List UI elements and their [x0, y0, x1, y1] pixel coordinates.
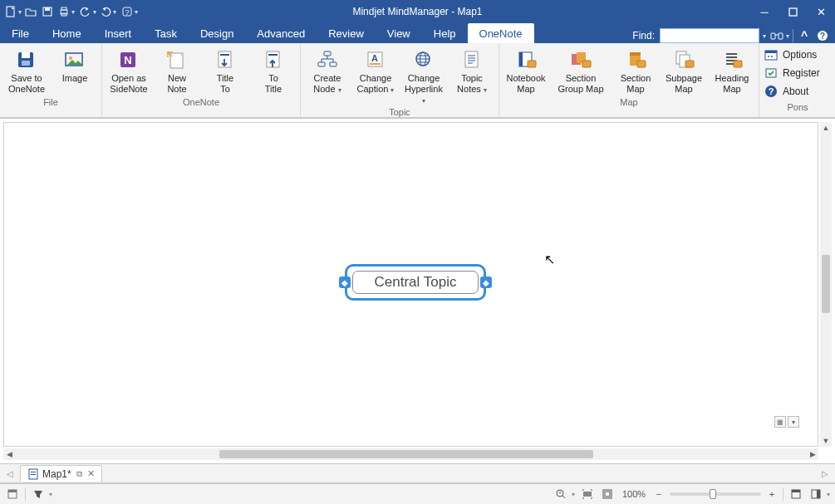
binoculars-icon[interactable] — [769, 28, 784, 43]
chevron-down-icon[interactable]: ▾ — [763, 32, 766, 40]
zoom-slider-thumb[interactable] — [710, 489, 716, 499]
help-icon[interactable]: ? — [815, 28, 830, 43]
qat-open-icon[interactable] — [23, 4, 38, 19]
view-layout-icon[interactable] — [788, 487, 803, 502]
view-mode-dropdown[interactable]: ▾ — [788, 416, 799, 428]
tab-scroll-right[interactable]: ▷ — [818, 469, 832, 478]
change-hyperlink-button[interactable]: Change Hyperlink ▾ — [400, 46, 447, 106]
map-canvas[interactable]: Central Topic ◆ ◆ ↖ ▦ ▾ — [3, 122, 818, 447]
qat-save-icon[interactable] — [40, 4, 55, 19]
tab-review[interactable]: Review — [317, 23, 376, 43]
tab-home[interactable]: Home — [41, 23, 93, 43]
close-button[interactable]: ✕ — [807, 0, 835, 23]
image-button[interactable]: Image — [52, 46, 98, 95]
zoom-slider[interactable] — [670, 492, 761, 496]
chevron-down-icon[interactable]: ▾ — [18, 8, 22, 16]
qat-undo-icon[interactable] — [78, 4, 93, 19]
tab-task[interactable]: Task — [143, 23, 189, 43]
document-tab-map1[interactable]: Map1* ⧉ ✕ — [20, 465, 102, 482]
chevron-down-icon[interactable]: ▾ — [49, 491, 52, 498]
maximize-button[interactable] — [779, 0, 807, 23]
add-left-handle[interactable]: ◆ — [339, 276, 351, 288]
find-input[interactable] — [660, 28, 759, 43]
chevron-down-icon[interactable]: ▾ — [572, 491, 575, 498]
tab-file[interactable]: File — [0, 23, 41, 43]
close-tab-icon[interactable]: ✕ — [87, 468, 95, 479]
change-caption-label: Change Caption ▾ — [357, 73, 395, 95]
chevron-down-icon[interactable]: ▾ — [786, 32, 789, 40]
qat-help-icon[interactable]: ? — [120, 4, 135, 19]
fit-selection-icon[interactable] — [580, 487, 595, 502]
svg-rect-56 — [31, 472, 36, 472]
tab-advanced[interactable]: Advanced — [245, 23, 317, 43]
zoom-fit-icon[interactable]: + — [553, 487, 568, 502]
to-title-button[interactable]: To Title — [250, 46, 297, 95]
central-topic[interactable]: Central Topic ◆ ◆ — [345, 264, 486, 301]
ribbon-group-topic: Create Node ▾AChange Caption ▾Change Hyp… — [301, 43, 499, 117]
qat-print-icon[interactable] — [56, 4, 71, 19]
ribbon-tab-strip: FileHomeInsertTaskDesignAdvancedReviewVi… — [0, 23, 835, 43]
save-onenote-button[interactable]: Save to OneNote — [3, 46, 50, 95]
about-icon: ? — [764, 85, 778, 98]
ribbon-group-map: Notebook MapSection Group MapSection Map… — [499, 43, 759, 117]
options-icon — [764, 48, 778, 61]
zoom-value[interactable]: 100% — [620, 489, 648, 499]
qat-redo-icon[interactable] — [98, 4, 113, 19]
tab-help[interactable]: Help — [422, 23, 468, 43]
subpage-map-icon — [670, 48, 697, 71]
filter-icon[interactable] — [31, 487, 46, 502]
notebook-map-button[interactable]: Notebook Map — [503, 46, 549, 95]
section-group-map-label: Section Group Map — [557, 73, 603, 95]
group-label: OneNote — [106, 95, 297, 110]
vertical-scrollbar[interactable]: ▲ ▼ — [820, 122, 832, 447]
create-node-button[interactable]: Create Node ▾ — [304, 46, 351, 106]
scroll-left-icon[interactable]: ◀ — [3, 448, 15, 460]
qat-new-icon[interactable] — [3, 4, 18, 19]
new-note-button[interactable]: New Note — [154, 46, 200, 95]
statusbar-icon-1[interactable] — [5, 487, 20, 502]
add-right-handle[interactable]: ◆ — [480, 276, 492, 288]
register-button[interactable]: Register — [764, 65, 831, 81]
section-map-button[interactable]: Section Map — [612, 46, 659, 95]
tab-design[interactable]: Design — [189, 23, 245, 43]
change-caption-button[interactable]: AChange Caption ▾ — [352, 46, 399, 106]
open-sidenote-button[interactable]: NOpen as SideNote — [106, 46, 152, 95]
tab-onenote[interactable]: OneNote — [468, 23, 534, 43]
svg-point-51 — [771, 56, 773, 57]
svg-rect-42 — [630, 52, 641, 56]
tab-view[interactable]: View — [376, 23, 422, 43]
svg-rect-8 — [789, 8, 797, 16]
view-mode-button[interactable]: ▦ — [774, 416, 786, 428]
section-map-icon — [622, 48, 649, 71]
popout-icon[interactable]: ⧉ — [76, 469, 82, 479]
minimize-button[interactable]: ─ — [750, 0, 779, 23]
zoom-out-button[interactable]: − — [653, 489, 665, 499]
heading-map-button[interactable]: Heading Map — [709, 46, 755, 95]
horizontal-scrollbar[interactable]: ◀ ▶ — [3, 448, 818, 460]
zoom-in-button[interactable]: + — [766, 489, 778, 499]
fit-page-icon[interactable] — [600, 487, 615, 502]
collapse-ribbon-icon[interactable]: ^ — [797, 28, 812, 43]
section-group-map-button[interactable]: Section Group Map — [551, 46, 611, 95]
scroll-thumb[interactable] — [822, 255, 830, 313]
title-to-button[interactable]: Title To — [202, 46, 248, 95]
quick-access-toolbar: ▾ ▾ ▾ ▾ ?▾ — [0, 4, 141, 19]
options-button[interactable]: Options — [764, 46, 831, 63]
chevron-down-icon[interactable]: ▾ — [71, 8, 75, 16]
taskpane-icon[interactable] — [808, 487, 823, 502]
tab-insert[interactable]: Insert — [93, 23, 144, 43]
chevron-down-icon[interactable]: ▾ — [135, 8, 138, 16]
change-hyperlink-label: Change Hyperlink ▾ — [402, 73, 445, 106]
scroll-up-icon[interactable]: ▲ — [820, 122, 832, 134]
subpage-map-button[interactable]: Subpage Map — [661, 46, 707, 95]
chevron-down-icon[interactable]: ▾ — [93, 8, 96, 16]
about-button[interactable]: ?About — [764, 83, 831, 100]
topic-notes-button[interactable]: Topic Notes ▾ — [449, 46, 495, 106]
tab-scroll-left[interactable]: ◁ — [3, 469, 17, 478]
chevron-down-icon[interactable]: ▾ — [113, 8, 116, 16]
scroll-down-icon[interactable]: ▼ — [820, 435, 832, 447]
chevron-down-icon[interactable]: ▾ — [827, 491, 830, 498]
scroll-thumb[interactable] — [219, 450, 593, 458]
scroll-right-icon[interactable]: ▶ — [807, 448, 818, 460]
svg-rect-27 — [318, 62, 325, 66]
